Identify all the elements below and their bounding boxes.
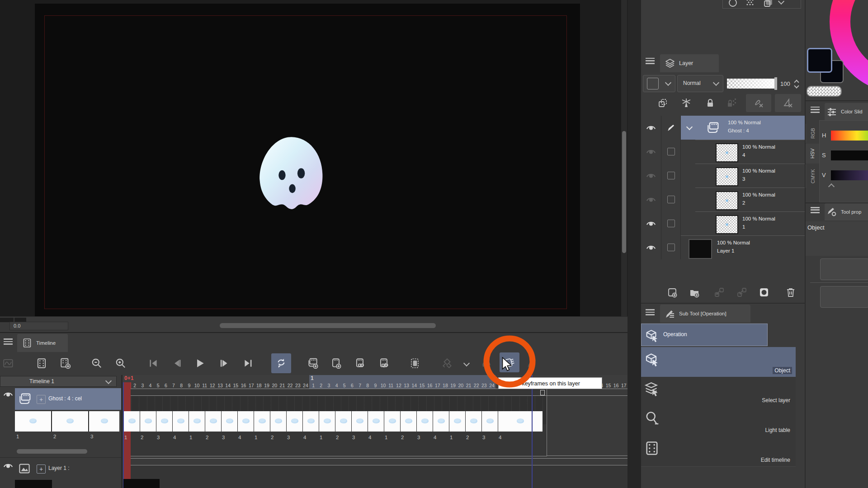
tool-property-menu-icon[interactable]	[811, 207, 820, 213]
edit-cell[interactable]	[661, 211, 681, 235]
onion-skin-button[interactable]	[407, 355, 423, 371]
merge-with-lower-layer-icon[interactable]	[736, 287, 747, 298]
lock-transparent-pixels-icon[interactable]	[726, 98, 737, 108]
circle-icon[interactable]	[727, 0, 738, 8]
timeline-cel[interactable]	[123, 411, 140, 432]
new-animation-cel-button[interactable]	[328, 355, 344, 371]
subtool-item-select-layer[interactable]: Select layer	[641, 377, 796, 407]
curve-graph-button[interactable]	[0, 355, 16, 371]
tab-hsv[interactable]: HSV	[806, 144, 819, 164]
subtool-group-operation[interactable]: Operation	[641, 324, 768, 346]
canvas-rotation-indicator[interactable]: 0.0	[9, 322, 68, 330]
set-as-draft-button[interactable]	[746, 94, 771, 112]
document-canvas[interactable]	[35, 4, 580, 316]
layer-thumbnail[interactable]	[716, 215, 738, 234]
next-frame-button[interactable]	[216, 355, 232, 371]
hue-slider[interactable]	[831, 131, 868, 141]
subtool-item-light-table[interactable]: Light table	[641, 407, 796, 437]
timeline-selector[interactable]: Timeline 1	[0, 376, 117, 387]
layer-row-layer-1[interactable]: 100 % NormalLayer 1	[641, 235, 805, 259]
timeline-cel[interactable]	[270, 411, 286, 432]
subtool-item-edit-timeline[interactable]: Edit timeline	[641, 436, 796, 467]
opacity-slider-handle[interactable]	[774, 77, 777, 90]
layer-main-cell[interactable]: 100 % Normal4	[695, 140, 805, 164]
object-tool-icon[interactable]	[644, 351, 660, 367]
delete-layer-icon[interactable]	[785, 287, 796, 298]
timeline-cel[interactable]	[481, 411, 498, 432]
draft-checkbox[interactable]	[667, 172, 675, 179]
timeline-cel[interactable]	[449, 411, 465, 432]
edit-cell[interactable]	[661, 235, 681, 259]
visibility-cell[interactable]	[641, 164, 661, 188]
canvas-viewport[interactable]: 0.0	[0, 0, 627, 332]
layer-row-ghost-4[interactable]: 100 % NormalGhost : 4	[641, 116, 805, 140]
editing-pencil-icon[interactable]	[666, 123, 675, 132]
eye-icon[interactable]	[646, 148, 656, 155]
timeline-cel[interactable]	[465, 411, 481, 432]
timeline-cel[interactable]	[156, 411, 172, 432]
layer-thumbnail[interactable]	[689, 239, 712, 259]
timeline-cel[interactable]	[286, 411, 302, 432]
timeline-cel[interactable]	[319, 411, 335, 432]
timeline-cel[interactable]	[400, 411, 416, 432]
go-to-end-button[interactable]	[240, 355, 256, 371]
scrollbar-thumb[interactable]	[622, 131, 626, 253]
eye-icon[interactable]	[646, 172, 656, 179]
timeline-panel-menu-icon[interactable]	[4, 338, 13, 345]
timeline-cel[interactable]	[221, 411, 237, 432]
layer-row-2[interactable]: 100 % Normal2	[641, 188, 805, 211]
zoom-in-button[interactable]	[113, 355, 129, 371]
new-cel-plus-button[interactable]: +	[37, 395, 46, 404]
layer-row-4[interactable]: 100 % Normal4	[641, 140, 805, 164]
tool-property-field[interactable]	[820, 286, 868, 308]
layer-thumbnail[interactable]	[716, 143, 738, 162]
visibility-cell[interactable]	[641, 235, 661, 259]
track2-thumbnail[interactable]	[15, 480, 52, 488]
timeline-cel[interactable]	[237, 411, 254, 432]
tab-tool-property[interactable]: Tool prop	[825, 203, 868, 221]
visibility-cell[interactable]	[641, 140, 661, 164]
clip-to-layer-below-icon[interactable]	[657, 98, 668, 108]
create-layer-mask-icon[interactable]	[759, 287, 769, 298]
visibility-cell[interactable]	[641, 188, 661, 211]
layer-row-1[interactable]: 100 % Normal1	[641, 211, 805, 235]
play-button[interactable]	[192, 355, 208, 371]
ruler-icon[interactable]	[681, 98, 692, 108]
track1-header[interactable]: + Ghost : 4 : cel	[15, 388, 121, 410]
edit-cell[interactable]	[661, 116, 681, 140]
loop-play-button[interactable]	[271, 353, 291, 373]
edit-cell[interactable]	[661, 140, 681, 164]
new-raster-layer-icon[interactable]	[667, 287, 678, 298]
new-cel-plus-button[interactable]: +	[37, 465, 46, 474]
duplicate-layer-icon[interactable]	[763, 0, 774, 8]
color-slider-menu-icon[interactable]	[811, 107, 820, 113]
eye-icon[interactable]	[646, 196, 656, 203]
edit-timeline-tool-icon[interactable]	[644, 440, 660, 456]
track2-keyframe-bar[interactable]	[123, 458, 627, 465]
delete-specified-cels-button[interactable]	[376, 355, 392, 371]
canvas-vertical-scrollbar[interactable]	[621, 0, 627, 316]
render-2d-camera-button[interactable]	[439, 355, 455, 371]
transfer-to-lower-layer-icon[interactable]	[714, 287, 725, 298]
layer-main-cell[interactable]: 100 % Normal1	[695, 211, 805, 236]
track1-visibility-eye-icon[interactable]	[3, 391, 13, 398]
visibility-cell[interactable]	[641, 211, 661, 235]
track2-header[interactable]: + Layer 1 :	[15, 459, 121, 479]
go-to-start-button[interactable]	[145, 355, 161, 371]
new-timeline-button[interactable]	[57, 355, 74, 371]
light-table-tool-icon[interactable]	[644, 410, 660, 427]
timeline-cel[interactable]	[172, 411, 189, 432]
draft-checkbox[interactable]	[667, 196, 675, 203]
tab-rgb[interactable]: RGB	[806, 124, 820, 143]
new-layer-folder-icon[interactable]	[689, 287, 700, 298]
eye-icon[interactable]	[646, 244, 656, 251]
select-layer-tool-icon[interactable]	[644, 380, 660, 397]
draft-checkbox[interactable]	[667, 244, 675, 251]
tab-layer[interactable]: Layer	[660, 54, 719, 72]
transparent-color-swatch[interactable]	[807, 86, 842, 97]
subtool-item-object[interactable]: Object	[641, 347, 796, 377]
timeline-cel[interactable]	[384, 411, 400, 432]
chevron-down-icon[interactable]	[778, 0, 784, 5]
halftone-dots-icon[interactable]	[745, 0, 755, 8]
zoom-out-button[interactable]	[89, 355, 105, 371]
